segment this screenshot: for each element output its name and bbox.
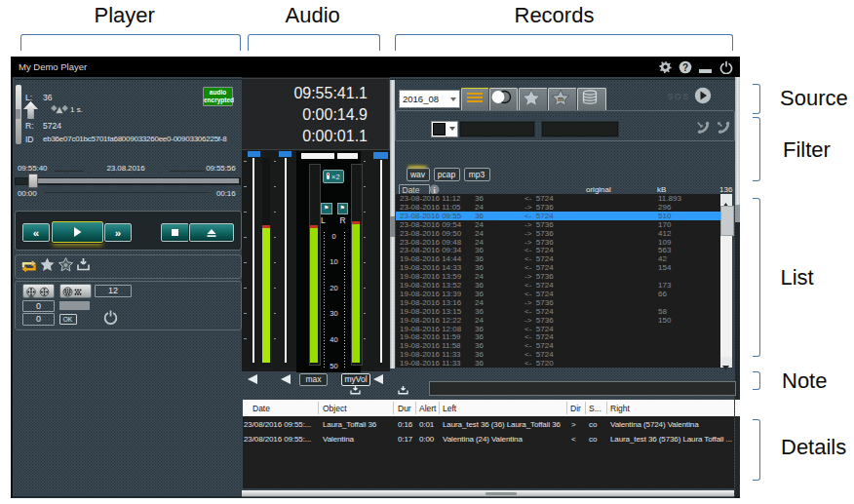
svg-text:m: m xyxy=(557,96,563,102)
svg-text:?: ? xyxy=(682,61,688,72)
